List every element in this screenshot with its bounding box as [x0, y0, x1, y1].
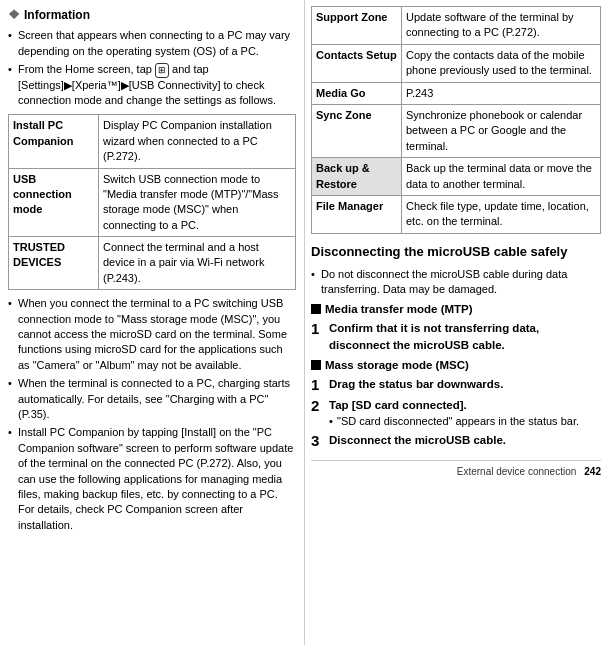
msc-step-3: 3 Disconnect the microUSB cable. [311, 432, 601, 450]
table-row: Install PC Companion Display PC Companio… [9, 115, 296, 168]
cell-label-backup: Back up & Restore [312, 158, 402, 196]
black-square-icon [311, 304, 321, 314]
cell-desc: Synchronize phonebook or calendar betwee… [402, 104, 601, 157]
page-wrapper: ❖ Information Screen that appears when c… [0, 0, 609, 645]
intro-bullet-1: Screen that appears when connecting to a… [8, 28, 296, 59]
mtp-step-1: 1 Confirm that it is not transferring da… [311, 320, 601, 353]
table-row: Contacts Setup Copy the contacts data of… [312, 44, 601, 82]
msc-label: Mass storage mode (MSC) [325, 357, 469, 373]
right-column: Support Zone Update software of the term… [305, 0, 609, 645]
step-main-text: Drag the status bar downwards. [329, 378, 503, 390]
section-title-text: Information [24, 7, 90, 24]
step-content: Drag the status bar downwards. [329, 376, 601, 392]
step-main-text: Disconnect the microUSB cable. [329, 434, 506, 446]
cell-desc: Switch USB connection mode to "Media tra… [99, 168, 296, 237]
table-row: Support Zone Update software of the term… [312, 7, 601, 45]
msc-step-2: 2 Tap [SD card connected]. "SD card disc… [311, 397, 601, 429]
step-number: 3 [311, 432, 325, 450]
cell-label: Sync Zone [312, 104, 402, 157]
right-info-table: Support Zone Update software of the term… [311, 6, 601, 234]
cell-label: Media Go [312, 82, 402, 104]
cell-label: TRUSTED DEVICES [9, 237, 99, 290]
cell-desc: Copy the contacts data of the mobile pho… [402, 44, 601, 82]
mtp-mode-title: Media transfer mode (MTP) [311, 301, 601, 317]
cell-label: USB connection mode [9, 168, 99, 237]
step-content: Disconnect the microUSB cable. [329, 432, 601, 448]
cell-label: Install PC Companion [9, 115, 99, 168]
table-row: USB connection mode Switch USB connectio… [9, 168, 296, 237]
step-content: Tap [SD card connected]. "SD card discon… [329, 397, 601, 429]
cell-desc: Check file type, update time, location, … [402, 195, 601, 233]
step-main-text: Confirm that it is not transferring data… [329, 322, 539, 350]
step-main-text: Tap [SD card connected]. [329, 399, 467, 411]
disconnecting-title: Disconnecting the microUSB cable safely [311, 244, 601, 261]
footer-label: External device connection [457, 465, 577, 479]
mtp-section: Media transfer mode (MTP) 1 Confirm that… [311, 301, 601, 353]
note-item-2: When the terminal is connected to a PC, … [8, 376, 296, 422]
cell-desc: Display PC Companion installation wizard… [99, 115, 296, 168]
diamond-icon: ❖ [8, 6, 20, 24]
table-row: Sync Zone Synchronize phonebook or calen… [312, 104, 601, 157]
intro-bullets: Screen that appears when connecting to a… [8, 28, 296, 108]
table-row: TRUSTED DEVICES Connect the terminal and… [9, 237, 296, 290]
step-content: Confirm that it is not transferring data… [329, 320, 601, 353]
cell-desc: Connect the terminal and a host device i… [99, 237, 296, 290]
black-square-icon-2 [311, 360, 321, 370]
cell-label: File Manager [312, 195, 402, 233]
note-item-1: When you connect the terminal to a PC sw… [8, 296, 296, 373]
tap-icon-1: ⊞ [155, 63, 169, 78]
page-footer: External device connection 242 [311, 460, 601, 479]
left-info-table: Install PC Companion Display PC Companio… [8, 114, 296, 290]
note-item-3: Install PC Companion by tapping [Install… [8, 425, 296, 533]
cell-label: Support Zone [312, 7, 402, 45]
section-title: ❖ Information [8, 6, 296, 24]
msc-mode-title: Mass storage mode (MSC) [311, 357, 601, 373]
sub-bullet: "SD card disconnected" appears in the st… [329, 414, 601, 429]
intro-bullet-2: From the Home screen, tap ⊞ and tap [Set… [8, 62, 296, 108]
left-column: ❖ Information Screen that appears when c… [0, 0, 305, 645]
msc-section: Mass storage mode (MSC) 1 Drag the statu… [311, 357, 601, 450]
table-row: File Manager Check file type, update tim… [312, 195, 601, 233]
cell-desc: Update software of the terminal by conne… [402, 7, 601, 45]
bullet-note: Do not disconnect the microUSB cable dur… [311, 267, 601, 298]
cell-desc: P.243 [402, 82, 601, 104]
cell-label: Contacts Setup [312, 44, 402, 82]
table-row: Media Go P.243 [312, 82, 601, 104]
msc-step-1: 1 Drag the status bar downwards. [311, 376, 601, 394]
note-list: When you connect the terminal to a PC sw… [8, 296, 296, 533]
step-number: 1 [311, 376, 325, 394]
step-number: 1 [311, 320, 325, 338]
table-row-highlighted: Back up & Restore Back up the terminal d… [312, 158, 601, 196]
cell-desc-backup: Back up the terminal data or move the da… [402, 158, 601, 196]
footer-page: 242 [584, 465, 601, 479]
step-number: 2 [311, 397, 325, 415]
mtp-label: Media transfer mode (MTP) [325, 301, 473, 317]
